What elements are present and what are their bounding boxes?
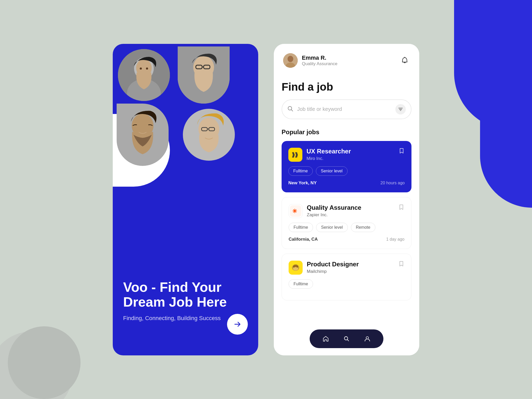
tag-fulltime-2: Fulltime <box>289 223 313 232</box>
job-time-ago: 20 hours ago <box>381 181 405 185</box>
job-title-block-3: Product Designer Mailchimp <box>307 261 398 274</box>
arrow-right-icon <box>233 320 242 328</box>
bg-shape-top-right <box>454 0 532 130</box>
mailchimp-logo <box>289 261 303 275</box>
user-role: Quality Assurance <box>302 61 400 66</box>
person-photo-2 <box>178 46 230 104</box>
avatar-svg <box>283 53 298 68</box>
job-card-quality-assurance[interactable]: ✳ Quality Assurance Zapier Inc. Fulltim <box>282 197 411 249</box>
bookmark-icon-2 <box>398 204 404 210</box>
nav-home-button[interactable] <box>320 333 331 344</box>
tag-fulltime: Fulltime <box>288 166 313 176</box>
miro-logo-svg: ⟫⟫ <box>290 149 301 160</box>
search-bar[interactable]: Job title or keyword <box>282 99 411 119</box>
profile-icon <box>364 335 371 342</box>
search-placeholder-text[interactable]: Job title or keyword <box>297 106 395 112</box>
tags-row-3: Fulltime <box>289 279 404 289</box>
job-card-header-2: ✳ Quality Assurance Zapier Inc. <box>289 204 404 218</box>
user-info: Emma R. Quality Assurance <box>302 55 400 66</box>
search-icon <box>287 106 294 113</box>
zapier-logo-svg: ✳ <box>290 205 301 217</box>
miro-logo: ⟫⟫ <box>288 148 302 162</box>
mailchimp-logo-svg <box>290 262 301 273</box>
bookmark-icon-3 <box>398 261 404 267</box>
right-panel: Emma R. Quality Assurance Find a job <box>274 44 419 355</box>
job-footer: New York, NY 20 hours ago <box>288 180 405 186</box>
app-header: Emma R. Quality Assurance <box>274 44 419 73</box>
job-footer-2: California, CA 1 day ago <box>289 237 404 242</box>
svg-point-33 <box>293 267 298 270</box>
nav-search-button[interactable] <box>341 333 352 344</box>
bookmark-button-3[interactable] <box>398 261 404 268</box>
job-card-header-3: Product Designer Mailchimp <box>289 261 404 275</box>
person-photo-4 <box>183 109 235 161</box>
bookmark-icon <box>398 148 405 154</box>
svg-point-39 <box>366 336 368 339</box>
background: Voo - Find Your Dream Job Here Finding, … <box>0 0 532 399</box>
popular-jobs-label: Popular jobs <box>282 129 411 136</box>
job-location: New York, NY <box>288 180 317 186</box>
filter-button[interactable] <box>395 104 406 114</box>
job-title: UX Researcher <box>307 148 398 155</box>
search-icon-svg <box>287 106 294 112</box>
company-name: Miro Inc. <box>307 156 398 161</box>
nav-profile-button[interactable] <box>362 333 373 344</box>
company-name-2: Zapier Inc. <box>307 212 398 218</box>
bookmark-button-2[interactable] <box>398 204 404 212</box>
user-name: Emma R. <box>302 55 400 61</box>
job-location-2: California, CA <box>289 237 318 242</box>
tag-fulltime-3: Fulltime <box>289 279 313 289</box>
search-nav-icon <box>343 335 350 342</box>
svg-line-23 <box>291 110 293 111</box>
job-card-header: ⟫⟫ UX Researcher Miro Inc. <box>288 148 405 162</box>
svg-point-19 <box>288 56 293 62</box>
svg-text:✳: ✳ <box>292 208 297 214</box>
notification-button[interactable] <box>400 55 410 66</box>
svg-point-4 <box>140 67 142 70</box>
job-time-ago-2: 1 day ago <box>386 237 404 242</box>
job-title-2: Quality Assurance <box>307 204 398 211</box>
zapier-logo: ✳ <box>289 204 303 218</box>
home-icon <box>322 335 329 342</box>
svg-point-5 <box>146 67 148 70</box>
person-photo-1 <box>118 49 170 101</box>
bg-shape-circle-small <box>8 326 81 399</box>
svg-point-36 <box>293 265 298 267</box>
bell-icon <box>401 57 408 64</box>
job-title-block-2: Quality Assurance Zapier Inc. <box>307 204 398 218</box>
tag-senior: Senior level <box>316 166 348 176</box>
job-title-3: Product Designer <box>307 261 398 268</box>
company-name-3: Mailchimp <box>307 269 398 274</box>
left-panel-title: Voo - Find Your Dream Job Here <box>123 280 248 309</box>
job-title-block: UX Researcher Miro Inc. <box>307 148 398 161</box>
svg-text:⟫⟫: ⟫⟫ <box>292 152 298 158</box>
avatar-image <box>283 53 298 68</box>
bottom-navigation <box>310 329 383 348</box>
left-panel: Voo - Find Your Dream Job Here Finding, … <box>113 44 258 355</box>
photo-collage <box>113 44 258 194</box>
main-content: Find a job Job title or keyword <box>274 73 419 355</box>
filter-icon <box>398 106 403 112</box>
job-card-ux-researcher[interactable]: ⟫⟫ UX Researcher Miro Inc. Fulltime <box>282 141 411 192</box>
tags-row: Fulltime Senior level <box>288 166 405 176</box>
avatar <box>283 53 298 68</box>
arrow-button[interactable] <box>227 314 248 335</box>
bookmark-button[interactable] <box>398 148 405 155</box>
tag-senior-2: Senior level <box>316 223 348 232</box>
tags-row-2: Fulltime Senior level Remote <box>289 223 404 232</box>
person-photo-3 <box>117 104 169 166</box>
page-title: Find a job <box>282 81 411 93</box>
job-card-product-designer[interactable]: Product Designer Mailchimp Fulltime <box>282 254 411 300</box>
svg-line-38 <box>347 340 349 341</box>
tag-remote: Remote <box>351 223 375 232</box>
